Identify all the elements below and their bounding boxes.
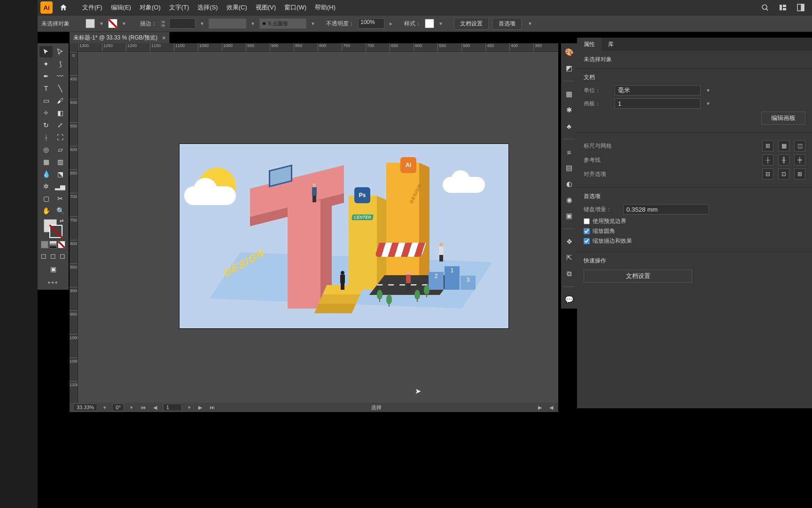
graphic-styles-icon[interactable]: ▣ <box>564 211 574 221</box>
transparency-grid-icon[interactable]: ◫ <box>794 140 805 151</box>
var-width-profile[interactable] <box>209 18 246 29</box>
document-tab[interactable]: 未标题-1* @ 33.33 % (RGB/预览) × <box>70 32 170 43</box>
gradient-panel-icon[interactable]: ▤ <box>564 163 574 173</box>
stroke-weight-dd-icon[interactable]: ▾ <box>199 21 205 26</box>
gradient-mode-btn[interactable] <box>49 241 57 248</box>
zoom-dd-icon[interactable]: ▾ <box>102 405 108 410</box>
direct-selection-tool[interactable] <box>54 46 67 57</box>
menu-edit[interactable]: 编辑(E) <box>107 0 135 15</box>
zoom-tool[interactable]: 🔍 <box>54 205 67 216</box>
use-preview-bounds-checkbox[interactable] <box>584 218 590 224</box>
color-panel-icon[interactable]: 🎨 <box>564 47 574 57</box>
appearance-panel-icon[interactable]: ◉ <box>564 195 574 205</box>
brush-dd-icon[interactable]: ▾ <box>310 21 316 26</box>
perspective-tool[interactable]: ▱ <box>54 144 67 155</box>
gradient-tool[interactable]: ▥ <box>54 156 67 167</box>
artboards-panel-icon[interactable]: ⧉ <box>564 269 574 279</box>
brushes-panel-icon[interactable]: ✱ <box>564 105 574 115</box>
swap-fill-stroke-icon[interactable]: ⇄ <box>60 218 63 223</box>
menu-select[interactable]: 选择(S) <box>193 0 222 15</box>
ruler-vertical[interactable]: 0450500550600650700750800850900950100010… <box>70 52 78 408</box>
rotate-field[interactable]: 0° <box>112 404 124 411</box>
screen-mode-btn[interactable]: ▣ <box>47 263 60 275</box>
guides-show-icon[interactable]: ┼ <box>762 154 773 166</box>
tab-libraries[interactable]: 库 <box>601 38 620 51</box>
symbols-panel-icon[interactable]: ♣ <box>564 121 574 131</box>
artboard[interactable]: DESIGN Ps Ai CENTER DESIGN 213 <box>180 144 508 328</box>
var-width-dd-icon[interactable]: ▾ <box>250 21 256 26</box>
artboard-dd-icon[interactable]: ▾ <box>705 101 711 106</box>
artboard-tool[interactable]: ▢ <box>39 193 53 204</box>
menu-window[interactable]: 窗口(W) <box>280 0 311 15</box>
ruler-corner[interactable] <box>70 43 78 52</box>
scale-tool[interactable]: ⤢ <box>54 119 67 131</box>
next-artboard-icon[interactable]: ▶ <box>197 405 203 411</box>
menu-type[interactable]: 文字(T) <box>165 0 194 15</box>
zoom-field[interactable]: 33.33% <box>73 404 97 411</box>
magic-wand-tool[interactable]: ✦ <box>39 58 53 70</box>
brush-definition[interactable]: 5 点圆形 <box>259 18 306 29</box>
graph-tool[interactable]: ▂▅ <box>54 181 67 192</box>
line-tool[interactable]: ╲ <box>54 83 67 94</box>
hand-tool[interactable]: ✋ <box>39 205 53 216</box>
slice-tool[interactable]: ✂ <box>54 193 67 204</box>
stroke-panel-icon[interactable]: ≡ <box>564 147 574 157</box>
transparency-panel-icon[interactable]: ◐ <box>564 179 574 189</box>
draw-normal-btn[interactable]: ◻ <box>39 250 48 262</box>
stroke-weight-spinner[interactable]: ▴▾ <box>161 20 165 27</box>
lasso-tool[interactable]: ⟆ <box>54 58 67 70</box>
units-field[interactable] <box>615 85 701 95</box>
opacity-field[interactable]: 100% <box>358 18 384 29</box>
ruler-toggle-icon[interactable]: ⊞ <box>762 140 773 151</box>
rotate-dd-icon[interactable]: ▾ <box>129 405 134 410</box>
color-guide-icon[interactable]: ◩ <box>564 63 574 73</box>
snap-point-icon[interactable]: ⊡ <box>778 168 789 180</box>
style-swatch[interactable] <box>425 19 434 28</box>
width-tool[interactable]: ⟊ <box>39 132 53 143</box>
artboard-nav-dd-icon[interactable]: ▾ <box>187 405 192 410</box>
prefs-flyout-icon[interactable]: ▾ <box>527 21 533 26</box>
symbol-sprayer-tool[interactable]: ✲ <box>39 181 53 192</box>
smart-guides-icon[interactable]: ╪ <box>794 154 805 166</box>
quick-doc-setup-button[interactable]: 文档设置 <box>584 270 692 283</box>
shaper-tool[interactable]: ✧ <box>39 107 53 119</box>
prefs-button[interactable]: 首选项 <box>492 18 522 30</box>
snap-pixel-icon[interactable]: ⊟ <box>762 168 773 180</box>
eyedropper-tool[interactable]: 💧 <box>39 168 53 180</box>
mesh-tool[interactable]: ▦ <box>39 156 53 167</box>
draw-behind-btn[interactable]: ◻ <box>49 250 57 262</box>
stroke-weight-field[interactable] <box>169 18 195 29</box>
grid-toggle-icon[interactable]: ▦ <box>778 140 789 151</box>
comments-panel-icon[interactable]: 💬 <box>564 294 574 305</box>
prev-artboard-icon[interactable]: ◀ <box>152 405 158 411</box>
snap-grid-icon[interactable]: ⊞ <box>794 168 805 180</box>
fill-dropdown-icon[interactable]: ▾ <box>99 21 104 26</box>
none-mode-btn[interactable] <box>58 241 65 248</box>
fill-swatch[interactable] <box>86 19 95 28</box>
stroke-swatch[interactable] <box>108 19 117 28</box>
type-tool[interactable]: T <box>39 83 53 94</box>
edit-toolbar-icon[interactable]: ••• <box>39 278 67 287</box>
scale-strokes-checkbox[interactable] <box>584 238 590 244</box>
menu-effect[interactable]: 效果(C) <box>222 0 251 15</box>
asset-export-icon[interactable]: ⇱ <box>564 253 574 263</box>
paintbrush-tool[interactable]: 🖌 <box>54 95 67 106</box>
home-icon[interactable] <box>57 1 70 14</box>
workspace-icon[interactable] <box>796 3 805 12</box>
menu-object[interactable]: 对象(O) <box>135 0 165 15</box>
style-dd-icon[interactable]: ▾ <box>438 21 444 26</box>
ruler-horizontal[interactable]: 1300125012001150110010501000950900850800… <box>78 43 558 52</box>
edit-artboards-button[interactable]: 编辑画板 <box>761 111 805 125</box>
swatches-panel-icon[interactable]: ▦ <box>564 89 574 99</box>
units-dd-icon[interactable]: ▾ <box>705 87 711 93</box>
tab-properties[interactable]: 属性 <box>577 38 601 51</box>
curvature-tool[interactable]: 〰 <box>54 71 67 82</box>
stroke-box[interactable] <box>49 225 62 238</box>
pen-tool[interactable]: ✒ <box>39 71 53 82</box>
fill-stroke-control[interactable]: ⇄ <box>44 219 62 238</box>
rotate-tool[interactable]: ↻ <box>39 119 53 131</box>
layers-panel-icon[interactable]: ❖ <box>564 237 574 247</box>
artboard-field[interactable] <box>615 98 701 109</box>
first-artboard-icon[interactable]: ⏮ <box>139 405 147 410</box>
menu-file[interactable]: 文件(F) <box>78 0 107 15</box>
